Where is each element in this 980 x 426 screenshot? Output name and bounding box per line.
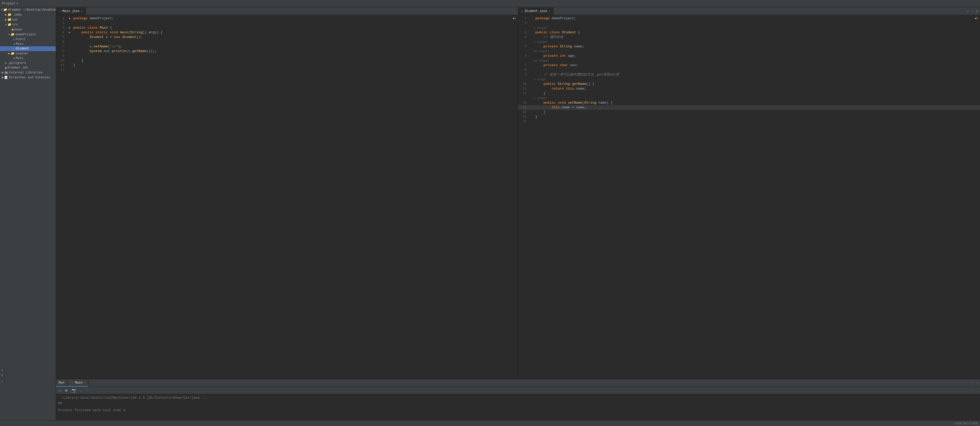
scroll-up-icon[interactable]: ▲ — [1, 368, 3, 372]
run-icon[interactable]: ▶ — [68, 25, 70, 30]
expand-icon: ▶ — [2, 76, 4, 79]
line-number: 12 — [518, 91, 529, 96]
code-line-9: 9 — [56, 54, 518, 58]
sidebar-item-label: Grammar.iml — [8, 66, 28, 70]
screenshot-icon[interactable]: 📷 — [71, 388, 77, 393]
line-content-12: } — [534, 91, 980, 96]
sidebar-item-label: scanner — [15, 52, 29, 55]
line-gutter-9 — [529, 72, 534, 77]
sidebar-item-scanner[interactable]: ▶ 📁 scanner — [0, 51, 56, 56]
project-label[interactable]: Project ▾ — [2, 2, 18, 5]
scroll-down-icon[interactable]: ▼ — [1, 374, 3, 378]
line-gutter-16 — [529, 114, 534, 119]
line-gutter-4: ▶ — [67, 30, 72, 35]
sidebar-item-base[interactable]: ▶ ▣ base — [0, 27, 56, 32]
line-number: 17 — [518, 119, 529, 124]
rerun-icon[interactable]: ↺ — [57, 388, 62, 393]
bottom-tab-run[interactable]: Run — [56, 379, 67, 387]
tab-close-main[interactable]: ✕ — [81, 10, 82, 13]
left-tab-bar: ☕ Main.java ✕ ⋮ — [56, 7, 518, 15]
sidebar-item-label: demoProject — [15, 33, 36, 36]
right-code-line-3: 3 public class Student { — [518, 30, 980, 35]
expand-icon: ▶ — [5, 18, 7, 22]
line-content-9: // 提供一些可以操作属性的方法，get类和set类 — [534, 72, 980, 77]
folder-icon: 📁 — [11, 52, 14, 55]
line-number: 1 — [56, 16, 67, 21]
line-content-10: public String getName() { — [534, 82, 980, 86]
line-number: 3 — [518, 30, 529, 35]
line-gutter-8 — [529, 68, 534, 72]
code-line-2: 2 — [56, 21, 518, 25]
scroll-to-end-icon[interactable]: ↓ — [79, 388, 83, 393]
sidebar-item-gitignore[interactable]: ⊘ .gitignore — [0, 61, 56, 65]
scroll-filter-icon[interactable]: ≡ — [1, 380, 3, 383]
more-options-icon[interactable]: ⋮ — [971, 9, 974, 13]
line-number: 6 — [518, 54, 529, 58]
line-content-6: private int age; — [534, 54, 980, 58]
code-line-12: 12 — [56, 68, 518, 72]
line-content-8: System.out.println(s.getName());; — [72, 49, 518, 54]
bottom-tab-main[interactable]: ⬛ Main ✕ — [67, 379, 89, 387]
tab-close-student[interactable]: ✕ — [549, 10, 550, 13]
left-tab-actions: ⋮ — [510, 7, 518, 15]
tab-student-java[interactable]: ☕ Student.java ✕ — [518, 7, 554, 15]
line-content-10: } — [72, 58, 518, 63]
run-label: Run — [59, 381, 64, 385]
right-code-line-13: 13 public void setName(String name) { — [518, 100, 980, 105]
line-number: 5 — [518, 44, 529, 49]
folder-icon: 📁 — [8, 23, 11, 27]
line-gutter-9 — [67, 54, 72, 58]
sidebar-item-src[interactable]: ▾ 📁 src — [0, 22, 56, 27]
line-gutter-8 — [67, 49, 72, 54]
sidebar-item-label: out — [12, 18, 18, 22]
line-content-6 — [72, 40, 518, 44]
sidebar-item-scratches[interactable]: ▶ 📝 Scratches and Consoles — [0, 75, 56, 80]
right-code-line-11: 11 return this.name; — [518, 86, 980, 91]
folder-icon: 📁 — [8, 18, 11, 22]
usage-text: 2 usages — [518, 40, 547, 44]
sidebar-item-student[interactable]: ⊙ Student — [0, 46, 56, 51]
sidebar-item-grammar-root[interactable]: ▾ 📁 Grammar ~/Desktop/JavaCode/G — [0, 7, 56, 12]
sidebar-item-out[interactable]: ▶ 📁 out — [0, 17, 56, 22]
right-code-line-6: 6 private int age; — [518, 54, 980, 58]
expand-icon[interactable]: ⤢ — [966, 9, 969, 13]
sidebar-item-main-scanner[interactable]: ⊙ Main — [0, 56, 56, 61]
tab-main-java[interactable]: ☕ Main.java ✕ — [56, 7, 86, 15]
main-tab-icon: ⬛ — [70, 381, 73, 384]
warn-badge-right: ▲2 — [975, 16, 980, 21]
line-gutter-6 — [67, 40, 72, 44]
run-icon[interactable]: ▶ — [68, 30, 70, 35]
code-line-5: 5 Student s = new Student(); — [56, 35, 518, 40]
sidebar-item-grammar-iml[interactable]: ▣ Grammar.iml — [0, 65, 56, 70]
sidebar-item-demoproject[interactable]: ▾ 📁 demoProject — [0, 32, 56, 37]
right-editor-pane: ☕ Student.java ✕ ⤢ ⋮ ⚙ 1 packa — [518, 7, 980, 378]
stop-icon[interactable]: ⏹ — [63, 388, 69, 393]
line-number: 14 — [518, 105, 529, 110]
sidebar-item-func1[interactable]: ⊙ Func1 — [0, 37, 56, 42]
sidebar-item-idea[interactable]: ▶ 📁 .idea — [0, 12, 56, 17]
more-options-icon[interactable]: ⋮ — [512, 9, 516, 13]
line-number: 8 — [56, 49, 67, 54]
line-gutter-5 — [67, 35, 72, 40]
usage-text: 1 usage — [518, 77, 546, 82]
line-gutter-13 — [529, 100, 534, 105]
sidebar-item-main[interactable]: ⊙ Main — [0, 42, 56, 46]
line-gutter-3 — [529, 30, 534, 35]
right-usage-before-6: no usages — [518, 49, 980, 54]
line-gutter-4 — [529, 35, 534, 40]
code-line-7: 7 s.setName("cc"); — [56, 44, 518, 49]
more-toolbar-icon[interactable]: ⋮ — [85, 388, 91, 393]
left-editor-pane: ☕ Main.java ✕ ⋮ 1 ▲ package — [56, 7, 518, 378]
folder-icon: 📁 — [8, 13, 11, 17]
sidebar-item-external-libraries[interactable]: ▶ 📚 External Libraries — [0, 70, 56, 75]
usage-text: 2 usages — [518, 25, 547, 30]
sidebar-item-label: Student — [16, 47, 29, 51]
line-number: 9 — [518, 72, 529, 77]
line-content-4: // 属性私有 — [534, 35, 980, 40]
code-line-8: 8 System.out.println(s.getName());; — [56, 49, 518, 54]
more-options-icon[interactable]: ⋮ — [970, 381, 974, 385]
line-gutter-1 — [529, 16, 534, 21]
main-tab-close[interactable]: ✕ — [84, 381, 86, 384]
settings-icon[interactable]: ⚙ — [976, 9, 978, 13]
minimize-icon[interactable]: — — [976, 381, 978, 385]
